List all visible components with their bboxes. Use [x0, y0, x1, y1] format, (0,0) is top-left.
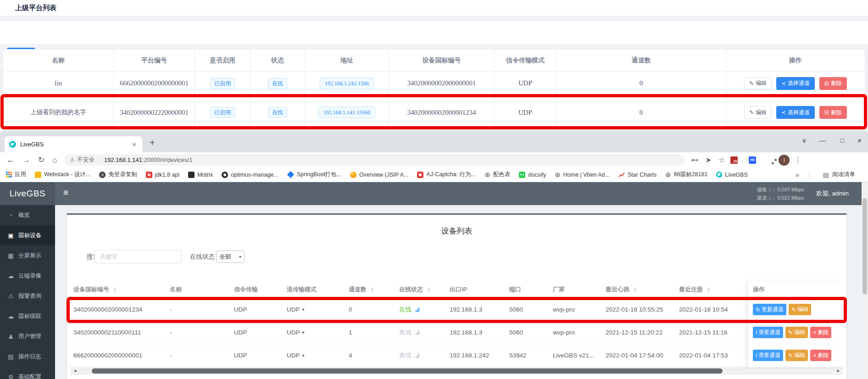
select-channel-button[interactable]: ≺选择通道: [776, 77, 815, 90]
edit-icon: ✎: [788, 352, 793, 359]
bookmark-docsify[interactable]: docsify: [519, 172, 546, 178]
trash-icon: ⊟: [824, 80, 829, 87]
view-channels-button[interactable]: i查看通道: [753, 327, 783, 338]
col-port: 端口: [509, 285, 553, 294]
stream-stats-chart-icon[interactable]: [416, 307, 419, 312]
bookmark-ajcaptcha[interactable]: AJ-Captcha: 行为...: [417, 171, 476, 178]
cell-signal: UDP: [234, 329, 287, 336]
sidebar-item-alarm-query[interactable]: ⚠报警查询: [0, 286, 55, 306]
bookmark-gb28181[interactable]: ⊕66国标28181: [665, 171, 707, 178]
search-input[interactable]: [95, 250, 182, 263]
sidebar-item-cloud-record[interactable]: ☁云端录像: [0, 266, 55, 286]
delete-button[interactable]: ⊟删除: [819, 106, 847, 119]
tab-close-icon[interactable]: ×: [131, 140, 138, 148]
sidebar-item-basic-config[interactable]: ⚙基础配置: [0, 367, 55, 379]
window-chevron-icon[interactable]: ∨: [802, 137, 807, 144]
bookmark-webstack[interactable]: Webstack - 设计...: [35, 171, 90, 178]
stream-stats-chart-icon: [416, 330, 419, 335]
sort-icon[interactable]: ▲▼: [634, 287, 637, 292]
view-channels-button[interactable]: i查看通道: [753, 350, 783, 361]
delete-button[interactable]: ⊟删除: [819, 77, 847, 90]
refresh-icon: ↻: [756, 307, 760, 313]
delete-button[interactable]: ×删除: [810, 327, 831, 338]
cell-stream-mode[interactable]: UDP▾: [287, 352, 349, 359]
sidebar-item-operation-log[interactable]: ▤操作日志: [0, 346, 55, 367]
bookmark-github[interactable]: optimus-manage...: [222, 172, 278, 178]
online-status-select[interactable]: 全部▾: [216, 251, 245, 263]
profile-avatar[interactable]: I: [779, 155, 790, 166]
edit-button[interactable]: ✎编辑: [744, 106, 772, 119]
edit-button[interactable]: ✎编辑: [744, 77, 772, 90]
delete-button[interactable]: ×删除: [810, 350, 831, 361]
reading-list-button[interactable]: ▤阅读清单: [823, 171, 855, 178]
bookmark-colors[interactable]: ⊕配色表: [484, 171, 510, 178]
scroll-right-icon[interactable]: ►: [836, 368, 840, 374]
select-channel-button[interactable]: ≺选择通道: [776, 106, 815, 119]
col-device-id[interactable]: 设备国标编号▲▼: [73, 285, 170, 294]
window-close-icon[interactable]: ×: [857, 137, 862, 145]
sidebar-item-split-screen[interactable]: ▦分屏展示: [0, 245, 55, 266]
back-icon[interactable]: ←: [7, 156, 15, 164]
vertical-scrollbar[interactable]: [862, 182, 868, 379]
edit-button[interactable]: ✎编辑: [785, 350, 808, 361]
close-icon: ×: [813, 352, 816, 359]
bookmark-livegbs[interactable]: LiveGBS: [716, 172, 747, 178]
fe-extension-icon[interactable]: FE: [749, 156, 756, 164]
forward-icon[interactable]: →: [22, 156, 30, 164]
bookmark-overview[interactable]: Overview (JSIP A...: [350, 172, 408, 178]
sort-icon[interactable]: ▲▼: [113, 287, 117, 292]
edit-icon: ✎: [788, 329, 793, 336]
bookmarks-overflow-icon[interactable]: »: [796, 171, 799, 178]
col-online-status[interactable]: 在线状态▲▼: [399, 285, 450, 294]
browser-tab[interactable]: LiveGBS ×: [5, 136, 142, 152]
bookmark-motrix[interactable]: Motrix: [188, 172, 213, 178]
edit-button[interactable]: ✎编辑: [785, 327, 808, 338]
welcome-user[interactable]: 欢迎, admin: [816, 190, 849, 198]
cascade-cloud-icon: ☁: [7, 313, 14, 320]
sidebar-item-user-management[interactable]: ♟用户管理: [0, 326, 55, 346]
cell-stream-mode[interactable]: UDP▾: [287, 329, 349, 336]
scrollbar-thumb[interactable]: [862, 198, 867, 295]
address-bar[interactable]: ⚠ 不安全 192.168.1.141 :20000/#/devices/1: [64, 154, 684, 166]
col-name: 名称: [170, 285, 234, 294]
sidebar-item-gb-cascade[interactable]: ☁国标级联: [0, 306, 55, 326]
grid-icon: ▦: [7, 252, 14, 259]
bookmark-springboot[interactable]: SpringBoot打包...: [287, 171, 341, 178]
github-icon: [222, 172, 228, 178]
browser-menu-dots-icon[interactable]: ⋮: [794, 156, 801, 164]
sort-icon[interactable]: ▲▼: [427, 287, 430, 292]
scroll-left-icon[interactable]: ◄: [73, 368, 77, 374]
edit-button[interactable]: ✎编辑: [789, 304, 811, 315]
bookmark-jdk[interactable]: jdk1.8 api: [146, 172, 180, 178]
bookmark-apps[interactable]: 应用: [6, 171, 26, 178]
docsify-icon: [519, 172, 525, 178]
bookmark-vben[interactable]: ⊕Home | Vben Ad...: [555, 171, 610, 178]
hamburger-icon[interactable]: ≡: [63, 188, 68, 197]
scrollbar-thumb[interactable]: [92, 368, 723, 373]
col-channels[interactable]: 通道数▲▼: [349, 285, 399, 294]
bookmark-star-icon[interactable]: ☆: [718, 156, 725, 164]
col-register[interactable]: 最近注册▲▼: [679, 285, 757, 294]
reload-icon[interactable]: ↻: [38, 156, 45, 164]
update-channels-button[interactable]: ↻更新通道: [753, 304, 786, 315]
home-icon[interactable]: ⌂: [52, 156, 57, 164]
sidebar-item-overview[interactable]: ◔概览: [0, 205, 55, 225]
cell-vendor: LiveGBS v21...: [553, 352, 606, 359]
share-icon: ≺: [781, 80, 786, 87]
window-maximize-icon[interactable]: □: [840, 137, 844, 144]
send-icon[interactable]: ➤: [706, 156, 712, 164]
sidebar-item-gb-devices[interactable]: ▣国标设备: [0, 225, 55, 245]
key-icon[interactable]: ⊷: [691, 156, 699, 164]
cell-stream-mode[interactable]: UDP▾: [287, 306, 349, 313]
horizontal-scrollbar[interactable]: ◄ ►: [71, 368, 842, 374]
js-extension-icon[interactable]: JS: [730, 156, 738, 164]
sort-icon[interactable]: ▲▼: [371, 287, 374, 292]
address-badge: 192.168.1.141:15060: [318, 106, 375, 118]
col-heartbeat[interactable]: 最近心跳▲▼: [606, 285, 679, 294]
close-icon: ×: [813, 329, 816, 336]
sort-icon[interactable]: ▲▼: [707, 287, 710, 292]
window-minimize-icon[interactable]: —: [819, 137, 826, 144]
bookmark-copy[interactable]: S免登录复制: [99, 171, 137, 178]
new-tab-button[interactable]: +: [150, 138, 155, 147]
bookmark-starcharts[interactable]: Star Charts: [618, 172, 657, 178]
